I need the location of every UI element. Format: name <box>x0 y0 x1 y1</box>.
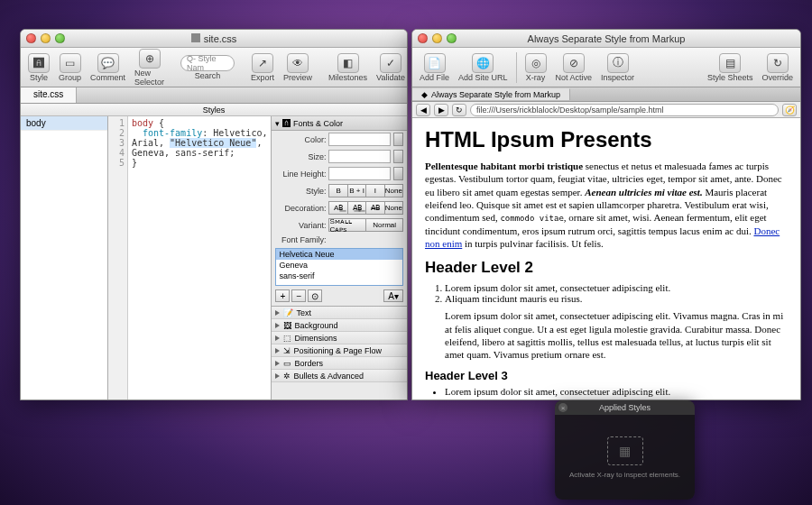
selector-list: body <box>21 116 108 399</box>
color-field[interactable] <box>328 133 391 146</box>
validate-button[interactable]: ✓Validate <box>373 51 408 84</box>
size-label: Size: <box>275 152 326 161</box>
preview-ol: Lorem ipsum dolor sit amet, consectetuer… <box>445 282 788 304</box>
font-options-button[interactable]: ⊙ <box>308 289 322 302</box>
lineheight-label: Line Height: <box>275 170 326 179</box>
style-sheets-button[interactable]: ▤Style Sheets <box>704 51 757 84</box>
preview-titlebar[interactable]: Always Separate Style from Markup <box>412 30 800 48</box>
preview-ul: Lorem ipsum dolor sit amet, consectetuer… <box>445 386 788 399</box>
preview-h3: Header Level 3 <box>425 369 788 382</box>
search-group: Q- Style Nam Search <box>177 53 238 82</box>
not-active-button[interactable]: ⊘Not Active <box>552 51 596 84</box>
add-font-button[interactable]: + <box>275 289 290 302</box>
reload-button[interactable]: ↻ <box>452 104 466 116</box>
line-gutter: 12345 <box>108 116 128 399</box>
applied-styles-hud[interactable]: × Applied Styles ▦ Activate X-ray to ins… <box>555 400 695 500</box>
size-stepper[interactable] <box>393 150 403 163</box>
milestones-button[interactable]: ◧Milestones <box>325 51 371 84</box>
section-text[interactable]: 📝 Text <box>272 307 407 319</box>
preview-h1: HTML Ipsum Presents <box>425 127 788 152</box>
preview-viewport[interactable]: HTML Ipsum Presents Pellentesque habitan… <box>412 118 800 399</box>
code-editor[interactable]: body { font-family: Helvetico, Arial, "H… <box>128 116 272 399</box>
decoration-segments[interactable]: AB͟A͟B͟A̶B̶None <box>328 201 403 215</box>
hud-header[interactable]: × Applied Styles <box>555 400 695 415</box>
inspector-header: ▾ 🅰 Fonts & Color <box>272 116 407 131</box>
zoom-icon[interactable] <box>55 33 65 43</box>
fontfamily-label: Font Family: <box>275 235 326 244</box>
editor-toolbar: 🅰Style ▭Group 💬Comment ⊕New Selector Q- … <box>21 48 407 87</box>
font-picker-button[interactable]: A▾ <box>383 289 403 302</box>
comment-button[interactable]: 💬Comment <box>87 51 129 84</box>
minimize-icon[interactable] <box>41 33 51 43</box>
lineheight-stepper[interactable] <box>393 167 403 180</box>
add-site-url-button[interactable]: 🌐Add Site URL <box>455 51 512 84</box>
file-tabs: site.css <box>21 87 407 104</box>
selector-item[interactable]: body <box>21 116 107 131</box>
close-icon[interactable] <box>26 33 36 43</box>
minimize-icon[interactable] <box>432 33 442 43</box>
variant-label: Variant: <box>275 221 326 230</box>
hud-dropzone-icon: ▦ <box>607 436 643 465</box>
add-file-button[interactable]: 📄Add File <box>416 51 453 84</box>
url-field[interactable]: file:///Users/rickblalock/Desktop/sample… <box>470 104 779 116</box>
style-button[interactable]: 🅰Style <box>24 51 53 84</box>
lineheight-field[interactable] <box>328 167 391 180</box>
xray-button[interactable]: ◎X-ray <box>521 51 550 84</box>
preview-title: Always Separate Style from Markup <box>412 33 800 44</box>
preview-blockquote: Lorem ipsum dolor sit amet, consectetuer… <box>445 309 788 361</box>
editor-titlebar[interactable]: site.css <box>21 30 407 48</box>
preview-tab[interactable]: ◆Always Separate Style from Markup <box>412 88 570 100</box>
hud-hint: Activate X-ray to inspect elements. <box>569 471 680 479</box>
variant-segments[interactable]: Sᴍᴀʟʟ CᴀᴘsNormal <box>328 218 403 232</box>
section-positioning[interactable]: ⇲ Positioning & Page Flow <box>272 344 407 357</box>
style-label: Style: <box>275 187 326 196</box>
url-bar: ◀ ▶ ↻ file:///Users/rickblalock/Desktop/… <box>412 102 800 118</box>
section-bullets[interactable]: ✲ Bullets & Advanced <box>272 370 407 382</box>
style-segments[interactable]: BB + IINone <box>328 184 403 197</box>
preview-window: Always Separate Style from Markup 📄Add F… <box>411 29 801 400</box>
inspector-button[interactable]: ⓘInspector <box>597 51 638 84</box>
editor-window: site.css 🅰Style ▭Group 💬Comment ⊕New Sel… <box>20 29 408 400</box>
close-icon[interactable] <box>418 33 428 43</box>
editor-title: site.css <box>204 33 237 44</box>
panel-tab-styles[interactable]: Styles <box>21 106 407 115</box>
new-selector-button[interactable]: ⊕New Selector <box>131 47 168 88</box>
override-button[interactable]: ↻Override <box>758 51 797 84</box>
search-input[interactable]: Q- Style Nam <box>180 55 235 71</box>
back-button[interactable]: ◀ <box>416 104 430 116</box>
decoration-label: Decoration: <box>275 204 326 213</box>
color-stepper[interactable] <box>393 133 403 146</box>
font-family-list[interactable]: Helvetica Neue Geneva sans-serif <box>275 248 403 286</box>
size-field[interactable] <box>328 150 391 163</box>
inspector-panel: ▾ 🅰 Fonts & Color Color: Size: Line Heig… <box>271 116 407 399</box>
section-background[interactable]: 🖼 Background <box>272 319 407 332</box>
preview-paragraph: Pellentesque habitant morbi tristique se… <box>425 160 788 250</box>
file-tab[interactable]: site.css <box>21 87 77 103</box>
hud-title: Applied Styles <box>599 403 651 412</box>
zoom-icon[interactable] <box>447 33 457 43</box>
preview-tabs: ◆Always Separate Style from Markup <box>412 87 800 102</box>
group-button[interactable]: ▭Group <box>55 51 85 84</box>
safari-icon[interactable]: 🧭 <box>782 104 797 116</box>
section-borders[interactable]: ▭ Borders <box>272 357 407 370</box>
preview-button[interactable]: 👁Preview <box>280 51 316 84</box>
hud-close-icon[interactable]: × <box>558 403 567 412</box>
remove-font-button[interactable]: − <box>291 289 306 302</box>
forward-button[interactable]: ▶ <box>434 104 448 116</box>
preview-toolbar: 📄Add File 🌐Add Site URL ◎X-ray ⊘Not Acti… <box>412 48 800 87</box>
preview-h2: Header Level 2 <box>425 259 788 277</box>
section-dimensions[interactable]: ⬚ Dimensions <box>272 332 407 344</box>
color-label: Color: <box>275 135 326 144</box>
export-button[interactable]: ↗Export <box>247 51 278 84</box>
